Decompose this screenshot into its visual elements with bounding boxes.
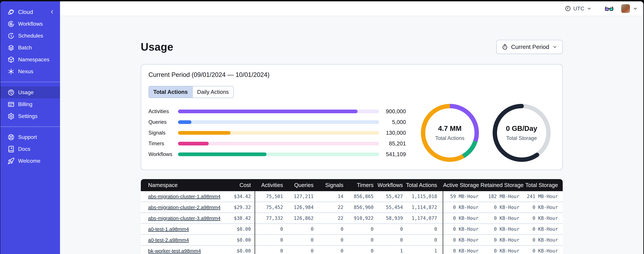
usage-bar-row: Signals130,000 xyxy=(148,128,406,138)
queries-cell: 126,984 xyxy=(285,204,316,210)
total-storage-cell: 0 KB-Hour xyxy=(522,237,563,243)
brand-label: Cloud xyxy=(18,9,49,15)
sidebar-item-workflows[interactable]: Workflows xyxy=(0,18,60,30)
donut-value: 0 GB/Day xyxy=(506,124,537,132)
namespace-link[interactable]: abs-migration-cluster-1.a98mm4 xyxy=(148,194,220,199)
sidebar-collapse-button[interactable] xyxy=(49,9,55,15)
sidebar-brand[interactable]: Cloud xyxy=(0,6,60,18)
signals-cell: 0 xyxy=(316,226,346,232)
tab-total-actions[interactable]: Total Actions xyxy=(149,86,192,98)
retained-storage-cell: 0 KB-Hour xyxy=(480,216,522,221)
usage-card-title: Current Period (09/01/2024 — 10/01/2024) xyxy=(148,71,555,78)
sidebar-item-settings[interactable]: Settings xyxy=(0,110,60,122)
period-selector-button[interactable]: Current Period xyxy=(496,40,563,54)
sidebar-item-docs[interactable]: Docs xyxy=(0,143,60,155)
nexus-icon xyxy=(8,68,15,75)
sidebar-item-namespaces[interactable]: Namespaces xyxy=(0,54,60,66)
bar-fill xyxy=(178,152,266,156)
timers-cell: 0 xyxy=(346,226,376,232)
glasses-icon[interactable] xyxy=(604,5,614,12)
welcome-rocket-icon xyxy=(8,158,15,164)
support-icon xyxy=(8,134,15,141)
active-storage-cell: 0 KB-Hour xyxy=(443,237,480,243)
sidebar-item-welcome[interactable]: Welcome xyxy=(0,155,60,167)
retained-storage-cell: 0 KB-Hour xyxy=(480,248,522,254)
bar-track xyxy=(178,110,379,113)
column-header: Total Storage xyxy=(522,182,563,188)
app-window: Cloud Workflows Schedules Batch Namespac… xyxy=(0,1,643,254)
sidebar-nav-main: Workflows Schedules Batch Namespaces Nex… xyxy=(0,18,60,78)
timers-cell: 856,960 xyxy=(346,204,376,210)
signals-cell: 22 xyxy=(316,216,346,221)
active-storage-cell: 0 KB-Hour xyxy=(443,226,480,232)
column-header: Queries xyxy=(285,182,316,188)
workflows-cell: 0 xyxy=(376,226,405,232)
usage-bars-chart: Activities900,000Queries5,000Signals130,… xyxy=(148,106,406,160)
docs-icon xyxy=(8,146,15,153)
clock-icon xyxy=(565,6,571,12)
page-title: Usage xyxy=(141,41,174,53)
cost-cell: $0.00 xyxy=(228,248,254,254)
schedules-icon xyxy=(8,32,15,39)
namespace-link[interactable]: bk-worker-test.a98mm4 xyxy=(148,248,201,254)
column-header: Total Actions xyxy=(405,182,443,188)
workflows-cell: 58,939 xyxy=(376,216,405,221)
bar-value: 130,000 xyxy=(379,130,406,136)
namespace-link[interactable]: abs-migration-cluster-3.a98mm4 xyxy=(148,216,220,221)
table-row: abs-migration-cluster-2.a98mm4$29.3275,4… xyxy=(141,202,563,213)
sidebar-nav-footer: Support Docs Welcome xyxy=(0,131,60,167)
workflows-cell: 0 xyxy=(376,237,405,243)
signals-cell: 14 xyxy=(316,194,346,199)
queries-cell: 0 xyxy=(285,226,316,232)
table-vertical-divider xyxy=(254,191,255,254)
sidebar-item-nexus[interactable]: Nexus xyxy=(0,66,60,78)
timezone-label: UTC xyxy=(573,6,584,12)
sidebar-item-label: Workflows xyxy=(18,21,43,27)
column-header: Signals xyxy=(316,182,346,188)
tab-daily-actions[interactable]: Daily Actions xyxy=(192,86,233,98)
namespace-link[interactable]: a0-test-1.a98mm4 xyxy=(148,226,189,232)
total-storage-cell: 0 KB-Hour xyxy=(522,248,563,254)
retained-storage-cell: 182 MB-Hour xyxy=(480,194,522,199)
column-header: Timers xyxy=(346,182,376,188)
timers-cell: 0 xyxy=(346,237,376,243)
queries-cell: 126,862 xyxy=(285,216,316,221)
donut-label: Total Storage xyxy=(506,135,537,141)
namespace-link[interactable]: abs-migration-cluster-2.a98mm4 xyxy=(148,204,220,210)
sidebar-item-support[interactable]: Support xyxy=(0,131,60,143)
timers-cell: 910,922 xyxy=(346,216,376,221)
cost-cell: $34.42 xyxy=(228,194,254,199)
retained-storage-cell: 0 KB-Hour xyxy=(480,237,522,243)
activities-cell: 0 xyxy=(255,226,285,232)
table-body: abs-migration-cluster-1.a98mm4$34.4275,5… xyxy=(141,191,563,254)
queries-cell: 0 xyxy=(285,248,316,254)
bar-value: 541,109 xyxy=(379,151,406,158)
active-storage-cell: 0 KB-Hour xyxy=(443,248,480,254)
cost-cell: $0.00 xyxy=(228,226,254,232)
column-header: Cost xyxy=(228,182,254,188)
sidebar-item-billing[interactable]: Billing xyxy=(0,98,60,110)
workflows-cell: 1 xyxy=(376,248,405,254)
total-storage-cell: 241 MB-Hour xyxy=(522,194,563,199)
column-header: Activities xyxy=(255,182,285,188)
signals-cell: 22 xyxy=(316,204,346,210)
sidebar-divider xyxy=(0,126,60,127)
account-menu-chevron-icon[interactable] xyxy=(632,6,638,11)
timers-cell: 0 xyxy=(346,248,376,254)
total-actions-cell: 1,115,018 xyxy=(405,194,443,199)
batch-icon xyxy=(8,44,15,51)
sidebar-item-schedules[interactable]: Schedules xyxy=(0,30,60,42)
timezone-selector[interactable]: UTC xyxy=(565,6,592,12)
cost-cell: $38.42 xyxy=(228,216,254,221)
table-header: Namespace Cost Activities Queries Signal… xyxy=(141,179,563,191)
sidebar-item-usage[interactable]: Usage xyxy=(0,86,60,98)
total-actions-cell: 1 xyxy=(405,248,443,254)
bar-track xyxy=(178,142,379,146)
sidebar-item-batch[interactable]: Batch xyxy=(0,42,60,54)
avatar[interactable] xyxy=(621,4,630,13)
namespace-link[interactable]: a0-test-2.a98mm4 xyxy=(148,237,189,243)
temporal-cloud-logo-icon xyxy=(8,8,15,16)
sidebar-item-label: Billing xyxy=(18,101,32,108)
retained-storage-cell: 0 KB-Hour xyxy=(480,204,522,210)
usage-summary-card: Current Period (09/01/2024 — 10/01/2024)… xyxy=(141,64,563,170)
